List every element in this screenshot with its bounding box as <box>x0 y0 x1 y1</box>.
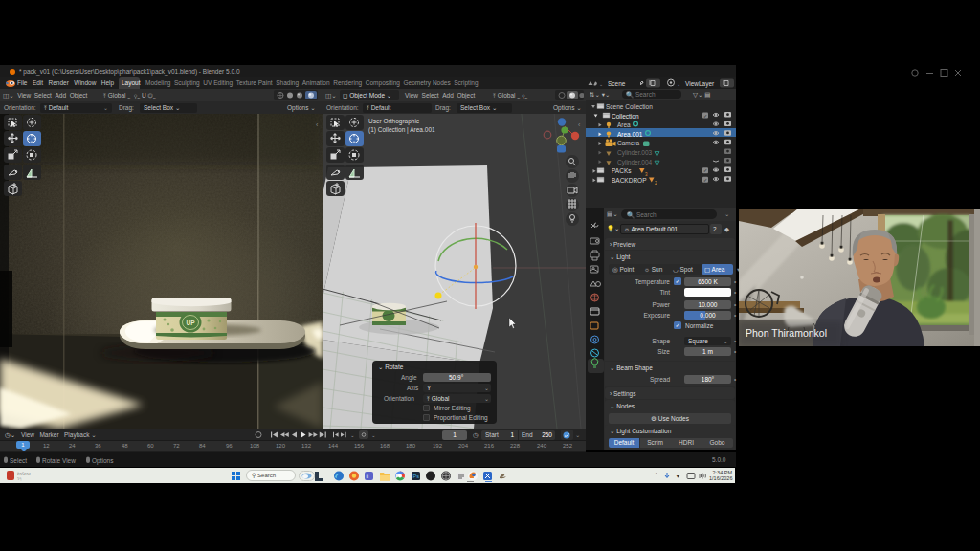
svg-text:3: 3 <box>645 172 648 177</box>
svg-text:Area.001: Area.001 <box>617 131 643 138</box>
svg-text:Collection: Collection <box>612 113 639 120</box>
svg-text:Area: Area <box>617 121 631 128</box>
svg-text:Ps: Ps <box>413 474 420 479</box>
svg-text:Rotate View: Rotate View <box>42 457 76 464</box>
svg-text:Cylinder.003: Cylinder.003 <box>617 149 653 157</box>
svg-text:Options: Options <box>92 457 114 465</box>
svg-text:UP: UP <box>186 320 195 326</box>
svg-text:Phon Thiramonkol: Phon Thiramonkol <box>746 327 827 339</box>
svg-text:Scene Collection: Scene Collection <box>606 103 653 110</box>
svg-text:⌄: ⌄ <box>677 81 680 87</box>
svg-text:✓: ✓ <box>703 113 707 119</box>
svg-text:Cylinder.004: Cylinder.004 <box>617 159 653 166</box>
svg-text:✓: ✓ <box>703 177 707 183</box>
svg-text:⌄: ⌄ <box>371 432 376 438</box>
svg-text:⯆: ⯆ <box>676 474 680 479</box>
svg-text:✓: ✓ <box>703 167 707 173</box>
svg-text:ii: ii <box>367 474 369 479</box>
svg-text:BACKDROP: BACKDROP <box>612 177 646 184</box>
svg-text:Camera: Camera <box>617 140 640 146</box>
svg-text:ViewLayer: ViewLayer <box>685 80 715 88</box>
svg-text:Scene: Scene <box>608 80 626 87</box>
svg-text:PACKs: PACKs <box>612 167 632 174</box>
svg-text:Select: Select <box>10 457 27 464</box>
svg-text:⌄: ⌄ <box>599 81 603 87</box>
svg-text:2: 2 <box>655 181 657 186</box>
svg-text:⌄: ⌄ <box>350 432 355 438</box>
